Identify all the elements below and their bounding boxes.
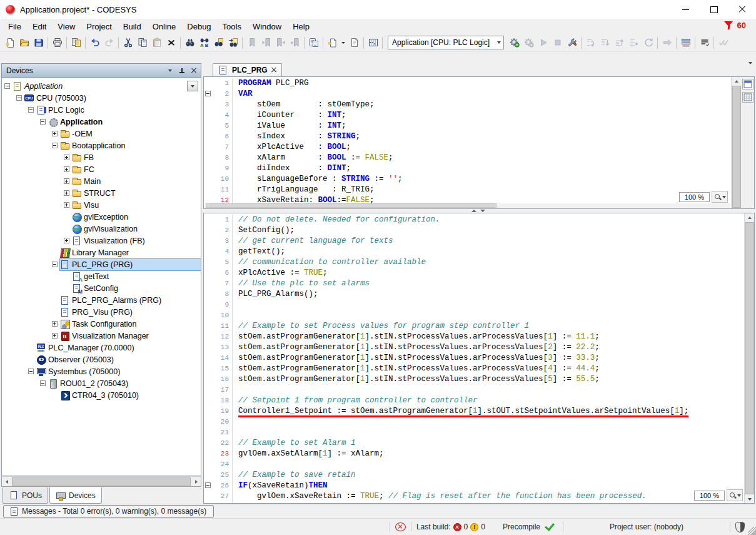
- caret-down-button[interactable]: [340, 36, 347, 50]
- refactor-button[interactable]: [565, 36, 579, 50]
- implementation-line-3[interactable]: 3// get current language for texts: [204, 236, 744, 247]
- implementation-line-5[interactable]: 5// communication to controller availabl…: [204, 257, 744, 268]
- menu-item-window[interactable]: Window: [247, 20, 287, 33]
- tab-list-dropdown[interactable]: [748, 64, 752, 74]
- implementation-line-9[interactable]: 9: [204, 300, 744, 310]
- implementation-line-20[interactable]: 20: [204, 417, 744, 427]
- new-file-button[interactable]: [3, 36, 17, 50]
- implementation-line-21[interactable]: 21: [204, 427, 744, 438]
- tree-item-oem[interactable]: -OEM: [2, 128, 201, 140]
- implementation-line-22[interactable]: 22// Example to set Alarm 1: [204, 438, 744, 449]
- open-file-button[interactable]: [17, 36, 31, 50]
- new-object-button[interactable]: [325, 36, 340, 50]
- implementation-line-15[interactable]: 15stOem.astProgramGenerator[1].stIN.stPr…: [204, 364, 744, 374]
- declaration-vscrollbar[interactable]: [731, 77, 741, 208]
- application-selector-combo[interactable]: Application [CPU: PLC Logic]: [388, 36, 504, 49]
- expand-icon[interactable]: [64, 155, 69, 160]
- force-values-button[interactable]: [678, 36, 693, 50]
- tree-item-gvlexception[interactable]: gvlException: [2, 211, 201, 223]
- expand-icon[interactable]: [64, 202, 69, 208]
- tree-item-fb[interactable]: FB: [2, 151, 201, 163]
- implementation-line-28[interactable]: 28 xSaveRetain := FALSE;: [204, 502, 744, 503]
- implementation-line-27[interactable]: 27 gvlOem.xSaveRetain := TRUE; // Flag i…: [204, 491, 744, 502]
- collapse-icon[interactable]: [40, 119, 46, 125]
- table-view-button[interactable]: [742, 92, 753, 103]
- tree-item-visu[interactable]: Visu: [2, 199, 201, 211]
- implementation-line-1[interactable]: 1// Do not delete. Needed for configurat…: [204, 215, 744, 225]
- implementation-line-16[interactable]: 16stOem.astProgramGenerator[1].stIN.stPr…: [204, 374, 744, 385]
- declaration-line-1[interactable]: 1PROGRAM PLC_PRG: [204, 78, 731, 89]
- implementation-line-23[interactable]: 23gvlOem.axSetAlarm[1] := xAlarm;: [204, 449, 744, 459]
- tree-item-prg-visu-prg[interactable]: PRG_Visu (PRG): [2, 306, 201, 318]
- collapse-icon[interactable]: [40, 380, 46, 386]
- close-button[interactable]: [728, 0, 756, 19]
- declaration-line-6[interactable]: 6 sIndex : STRING;: [204, 131, 731, 142]
- scroll-thumb[interactable]: [12, 477, 191, 486]
- minimize-button[interactable]: [672, 0, 700, 19]
- expand-icon[interactable]: [64, 238, 69, 243]
- collapse-icon[interactable]: [16, 95, 22, 101]
- declaration-line-8[interactable]: 8 xAlarm : BOOL := FALSE;: [204, 153, 731, 163]
- expand-icon[interactable]: [52, 131, 58, 136]
- edit-object-button[interactable]: [347, 36, 361, 50]
- find-button[interactable]: [183, 36, 197, 50]
- panel-tab-devices[interactable]: Devices: [49, 487, 102, 504]
- find-object-button[interactable]: [211, 36, 226, 50]
- implementation-line-11[interactable]: 11// Example to set Process values for p…: [204, 321, 744, 332]
- cut-button[interactable]: [121, 36, 135, 50]
- implementation-line-2[interactable]: 2SetConfig();: [204, 225, 744, 236]
- implementation-line-6[interactable]: 6xPlcActive := TRUE;: [204, 268, 744, 278]
- print-button[interactable]: [50, 36, 64, 50]
- declaration-zoom-level[interactable]: 100 %: [679, 192, 710, 202]
- declaration-view-button[interactable]: [742, 79, 753, 89]
- combo-caret-icon[interactable]: [494, 36, 503, 49]
- menu-item-view[interactable]: View: [52, 20, 81, 33]
- pin-icon[interactable]: [179, 68, 184, 74]
- expand-icon[interactable]: [52, 321, 58, 327]
- implementation-line-8[interactable]: 8PLC_PRG_Alarms();: [204, 289, 744, 300]
- tree-item-main[interactable]: Main: [2, 175, 201, 187]
- tree-item-application[interactable]: Application: [2, 80, 201, 92]
- tree-item-library-manager[interactable]: Library Manager: [2, 247, 201, 258]
- fold-collapse-icon[interactable]: [205, 482, 211, 488]
- declaration-line-4[interactable]: 4 iCounter : INT;: [204, 110, 731, 121]
- declaration-line-9[interactable]: 9 diIndex : DINT;: [204, 163, 731, 174]
- expand-icon[interactable]: [52, 333, 58, 339]
- tree-item-visualization-manager[interactable]: Visualization Manager: [2, 330, 201, 342]
- tree-item-task-configuration[interactable]: Task Configuration: [2, 318, 201, 330]
- menu-item-tools[interactable]: Tools: [217, 20, 247, 33]
- implementation-line-17[interactable]: 17: [204, 385, 744, 395]
- tree-item-rou01-2-705043[interactable]: ROU01_2 (705043): [2, 377, 201, 389]
- collapse-icon[interactable]: [28, 107, 34, 113]
- declaration-line-2[interactable]: 2VAR: [204, 89, 731, 99]
- implementation-line-18[interactable]: 18// Setpoint 1 from program controller …: [204, 395, 744, 406]
- tree-item-bootapplication[interactable]: Bootapplication: [2, 140, 201, 151]
- declaration-line-11[interactable]: 11 rTrigLanguage : R_TRIG;: [204, 185, 731, 195]
- delete-button[interactable]: [164, 36, 178, 50]
- login-button[interactable]: [507, 36, 522, 50]
- replace-button[interactable]: AB: [197, 36, 211, 50]
- implementation-line-19[interactable]: 19Controller1_Setpoint := stOem.astProgr…: [204, 406, 744, 417]
- implementation-vscrollbar[interactable]: [744, 213, 754, 503]
- precompile-message-filter[interactable]: 60: [724, 21, 746, 30]
- implementation-line-24[interactable]: 24: [204, 459, 744, 470]
- zoom-button[interactable]: [727, 489, 743, 501]
- tree-item-plc-manager-70-0000[interactable]: PLC_Manager (70.0000): [2, 342, 201, 354]
- menu-item-debug[interactable]: Debug: [181, 20, 216, 33]
- copy-project-button[interactable]: [69, 36, 83, 50]
- display-mode-button[interactable]: [697, 36, 712, 50]
- implementation-line-4[interactable]: 4getText();: [204, 247, 744, 257]
- tree-item-plc-logic[interactable]: PLC Logic: [2, 104, 201, 116]
- tree-item-plc-prg-alarms-prg[interactable]: PLC_PRG_Alarms (PRG): [2, 294, 201, 306]
- panel-tab-pous[interactable]: POUs: [3, 487, 48, 504]
- menu-item-edit[interactable]: Edit: [27, 20, 52, 33]
- security-shield-icon[interactable]: [735, 522, 745, 532]
- expand-icon[interactable]: [64, 178, 69, 184]
- maximize-button[interactable]: [700, 0, 728, 19]
- tree-item-struct[interactable]: STRUCT: [2, 187, 201, 199]
- declaration-hscrollbar[interactable]: [204, 203, 730, 208]
- implementation-line-7[interactable]: 7// Use the plc to set alarms: [204, 278, 744, 289]
- scroll-right-icon[interactable]: [191, 477, 201, 486]
- implementation-editor[interactable]: 1// Do not delete. Needed for configurat…: [204, 213, 744, 503]
- tree-item-setconfig[interactable]: SetConfig: [2, 282, 201, 294]
